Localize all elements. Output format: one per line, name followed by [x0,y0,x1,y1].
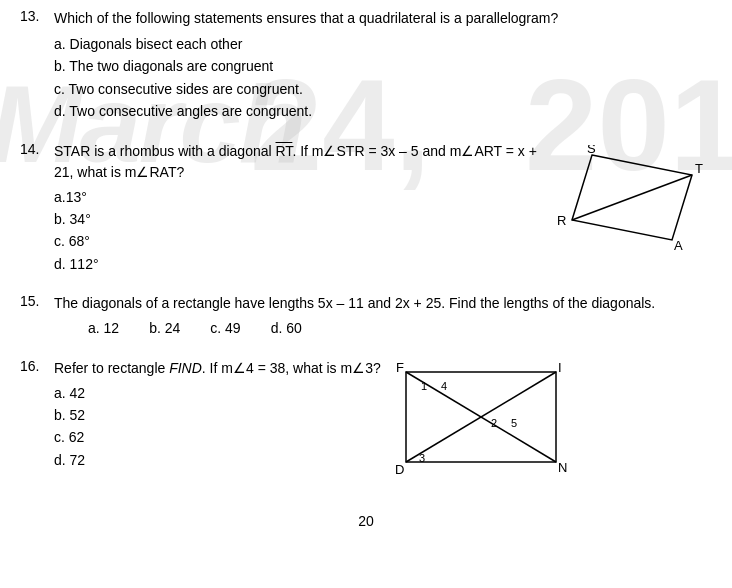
q14-diagram: S T A R [552,145,712,258]
q16-layout: Refer to rectangle FIND. If m∠4 = 38, wh… [54,358,571,495]
rhombus-svg: S T A R [552,145,712,255]
q16-text: Refer to rectangle FIND. If m∠4 = 38, wh… [54,358,381,379]
q15-content: The diagonals of a rectangle have length… [54,293,712,339]
q16-choices: a. 42 b. 52 c. 62 d. 72 [54,382,381,472]
q14-choice-a: a.13° [54,186,542,208]
q15-header: 15. The diagonals of a rectangle have le… [20,293,712,339]
q13-choice-a: a. Diagonals bisect each other [54,33,712,55]
q13-choice-c: c. Two consecutive sides are congruent. [54,78,712,100]
q16-diagram: F I N D 1 4 2 5 [391,362,571,495]
q13-text: Which of the following statements ensure… [54,8,558,29]
question-13: 13. Which of the following statements en… [20,8,712,123]
label-a: A [674,238,683,253]
q13-choice-b: b. The two diagonals are congruent [54,55,712,77]
find-italic: FIND [169,360,202,376]
q14-left: STAR is a rhombus with a diagonal RT. If… [54,141,542,276]
q14-choice-c: c. 68° [54,230,542,252]
angle-5: 5 [511,417,517,429]
q15-choice-b: b. 24 [149,317,180,339]
q15-choice-d: d. 60 [271,317,302,339]
q15-choice-a: a. 12 [88,317,119,339]
angle-1: 1 [421,380,427,392]
q16-header: 16. Refer to rectangle FIND. If m∠4 = 38… [20,358,712,495]
page-number: 20 [20,513,712,529]
q16-choice-c: c. 62 [54,426,381,448]
angle-4: 4 [441,380,447,392]
q14-choice-d: d. 112° [54,253,542,275]
label-s: S [587,145,596,156]
angle-2: 2 [491,417,497,429]
question-16: 16. Refer to rectangle FIND. If m∠4 = 38… [20,358,712,495]
q14-text: STAR is a rhombus with a diagonal RT. If… [54,141,542,183]
q15-num: 15. [20,293,48,309]
q15-choices: a. 12 b. 24 c. 49 d. 60 [88,317,712,339]
q14-header: 14. STAR is a rhombus with a diagonal RT… [20,141,712,276]
q14-choices: a.13° b. 34° c. 68° d. 112° [54,186,542,276]
q15-text: The diagonals of a rectangle have length… [54,295,655,311]
label-i: I [558,362,562,375]
q16-choice-b: b. 52 [54,404,381,426]
label-n: N [558,460,567,475]
label-r: R [557,213,566,228]
label-f: F [396,362,404,375]
q16-choice-d: d. 72 [54,449,381,471]
q13-num: 13. [20,8,48,24]
q14-num: 14. [20,141,48,157]
q16-choice-a: a. 42 [54,382,381,404]
question-14: 14. STAR is a rhombus with a diagonal RT… [20,141,712,276]
q16-num: 16. [20,358,48,374]
q13-header: 13. Which of the following statements en… [20,8,712,29]
main-content: 13. Which of the following statements en… [0,0,732,539]
q13-choices: a. Diagonals bisect each other b. The tw… [54,33,712,123]
q14-layout: STAR is a rhombus with a diagonal RT. If… [54,141,712,276]
q16-left: Refer to rectangle FIND. If m∠4 = 38, wh… [54,358,381,472]
label-d: D [395,462,404,477]
svg-line-1 [572,175,692,220]
question-15: 15. The diagonals of a rectangle have le… [20,293,712,339]
rt-overline: RT [276,143,293,159]
q13-choice-d: d. Two consecutive angles are congruent. [54,100,712,122]
rectangle-svg: F I N D 1 4 2 5 [391,362,576,492]
q14-choice-b: b. 34° [54,208,542,230]
angle-3: 3 [419,452,425,464]
label-t: T [695,161,703,176]
q15-choice-c: c. 49 [210,317,240,339]
